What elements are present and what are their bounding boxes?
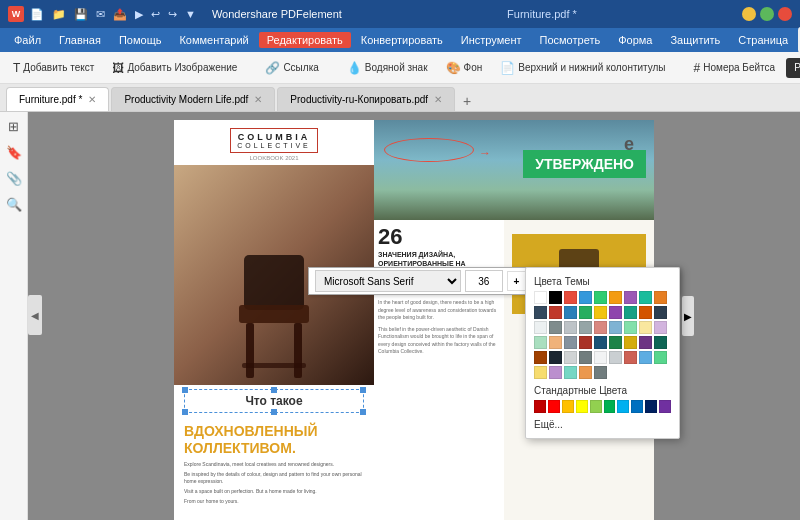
font-increase-button[interactable]: + bbox=[507, 271, 526, 291]
theme-color-8[interactable] bbox=[654, 291, 667, 304]
theme-color-6[interactable] bbox=[624, 291, 637, 304]
theme-color-24[interactable] bbox=[624, 321, 637, 334]
theme-color-12[interactable] bbox=[579, 306, 592, 319]
sidebar-page-icon[interactable]: ⊞ bbox=[4, 116, 24, 136]
tab-furniture[interactable]: Furniture.pdf * ✕ bbox=[6, 87, 109, 111]
std-color-4[interactable] bbox=[590, 400, 602, 413]
theme-color-3[interactable] bbox=[579, 291, 592, 304]
theme-color-23[interactable] bbox=[609, 321, 622, 334]
theme-color-27[interactable] bbox=[534, 336, 547, 349]
menu-help[interactable]: Помощь bbox=[111, 32, 170, 48]
theme-color-26[interactable] bbox=[654, 321, 667, 334]
theme-color-32[interactable] bbox=[609, 336, 622, 349]
theme-color-2[interactable] bbox=[564, 291, 577, 304]
menu-tool[interactable]: Инструмент bbox=[453, 32, 530, 48]
menu-protect[interactable]: Защитить bbox=[662, 32, 728, 48]
theme-color-4[interactable] bbox=[594, 291, 607, 304]
theme-color-33[interactable] bbox=[624, 336, 637, 349]
theme-color-39[interactable] bbox=[579, 351, 592, 364]
std-color-5[interactable] bbox=[604, 400, 616, 413]
std-color-7[interactable] bbox=[631, 400, 643, 413]
theme-color-21[interactable] bbox=[579, 321, 592, 334]
theme-color-35[interactable] bbox=[654, 336, 667, 349]
menu-form[interactable]: Форма bbox=[610, 32, 660, 48]
sidebar-attachment-icon[interactable]: 📎 bbox=[4, 168, 24, 188]
scroll-right-button[interactable]: ▶ bbox=[682, 296, 694, 336]
edit-toggle[interactable]: Редактировать bbox=[786, 58, 800, 78]
std-color-3[interactable] bbox=[576, 400, 588, 413]
color-picker-more[interactable]: Ещё... bbox=[534, 419, 671, 430]
link-button[interactable]: 🔗 Ссылка bbox=[258, 57, 325, 79]
theme-color-38[interactable] bbox=[564, 351, 577, 364]
theme-color-49[interactable] bbox=[594, 366, 607, 379]
theme-color-1[interactable] bbox=[549, 291, 562, 304]
theme-color-13[interactable] bbox=[594, 306, 607, 319]
tab-productivity[interactable]: Productivity Modern Life.pdf ✕ bbox=[111, 87, 275, 111]
watermark-button[interactable]: 💧 Водяной знак bbox=[340, 57, 435, 79]
theme-color-22[interactable] bbox=[594, 321, 607, 334]
theme-color-46[interactable] bbox=[549, 366, 562, 379]
sidebar-search-icon[interactable]: 🔍 bbox=[4, 194, 24, 214]
theme-color-36[interactable] bbox=[534, 351, 547, 364]
theme-color-10[interactable] bbox=[549, 306, 562, 319]
theme-color-7[interactable] bbox=[639, 291, 652, 304]
app-title: Wondershare PDFelement bbox=[212, 8, 342, 20]
theme-color-0[interactable] bbox=[534, 291, 547, 304]
add-tab-button[interactable]: + bbox=[457, 91, 477, 111]
close-button[interactable] bbox=[778, 7, 792, 21]
menu-edit[interactable]: Редактировать bbox=[259, 32, 351, 48]
theme-color-47[interactable] bbox=[564, 366, 577, 379]
bates-button[interactable]: # Номера Бейтса bbox=[687, 57, 783, 79]
theme-color-5[interactable] bbox=[609, 291, 622, 304]
background-button[interactable]: 🎨 Фон bbox=[439, 57, 490, 79]
menu-view[interactable]: Посмотреть bbox=[532, 32, 609, 48]
menu-convert[interactable]: Конвертировать bbox=[353, 32, 451, 48]
font-name-select[interactable]: Microsoft Sans Serif bbox=[315, 270, 461, 292]
theme-color-14[interactable] bbox=[609, 306, 622, 319]
theme-color-25[interactable] bbox=[639, 321, 652, 334]
menu-comment[interactable]: Комментарий bbox=[171, 32, 256, 48]
theme-color-37[interactable] bbox=[549, 351, 562, 364]
menu-home[interactable]: Главная bbox=[51, 32, 109, 48]
theme-color-31[interactable] bbox=[594, 336, 607, 349]
theme-color-28[interactable] bbox=[549, 336, 562, 349]
tab-productivity-ru[interactable]: Productivity-ru-Копировать.pdf ✕ bbox=[277, 87, 455, 111]
add-image-button[interactable]: 🖼 Добавить Изображение bbox=[105, 57, 244, 79]
add-text-button[interactable]: T Добавить текст bbox=[6, 57, 101, 79]
theme-color-19[interactable] bbox=[549, 321, 562, 334]
theme-color-42[interactable] bbox=[624, 351, 637, 364]
tab-productivity-ru-close[interactable]: ✕ bbox=[434, 94, 442, 105]
theme-color-45[interactable] bbox=[534, 366, 547, 379]
theme-color-29[interactable] bbox=[564, 336, 577, 349]
maximize-button[interactable] bbox=[760, 7, 774, 21]
minimize-button[interactable] bbox=[742, 7, 756, 21]
font-size-input[interactable] bbox=[465, 270, 503, 292]
theme-color-17[interactable] bbox=[654, 306, 667, 319]
theme-color-9[interactable] bbox=[534, 306, 547, 319]
theme-color-48[interactable] bbox=[579, 366, 592, 379]
menu-page[interactable]: Страница bbox=[730, 32, 796, 48]
theme-color-43[interactable] bbox=[639, 351, 652, 364]
theme-color-20[interactable] bbox=[564, 321, 577, 334]
tab-furniture-close[interactable]: ✕ bbox=[88, 94, 96, 105]
theme-color-15[interactable] bbox=[624, 306, 637, 319]
scroll-left-button[interactable]: ◀ bbox=[28, 295, 42, 335]
theme-color-34[interactable] bbox=[639, 336, 652, 349]
std-color-8[interactable] bbox=[645, 400, 657, 413]
std-color-1[interactable] bbox=[548, 400, 560, 413]
theme-color-40[interactable] bbox=[594, 351, 607, 364]
theme-color-16[interactable] bbox=[639, 306, 652, 319]
theme-color-18[interactable] bbox=[534, 321, 547, 334]
std-color-0[interactable] bbox=[534, 400, 546, 413]
sidebar-bookmark-icon[interactable]: 🔖 bbox=[4, 142, 24, 162]
tab-productivity-close[interactable]: ✕ bbox=[254, 94, 262, 105]
header-footer-button[interactable]: 📄 Верхний и нижний колонтитулы bbox=[493, 57, 672, 79]
theme-color-11[interactable] bbox=[564, 306, 577, 319]
std-color-2[interactable] bbox=[562, 400, 574, 413]
std-color-9[interactable] bbox=[659, 400, 671, 413]
theme-color-30[interactable] bbox=[579, 336, 592, 349]
menu-file[interactable]: Файл bbox=[6, 32, 49, 48]
theme-color-44[interactable] bbox=[654, 351, 667, 364]
std-color-6[interactable] bbox=[617, 400, 629, 413]
theme-color-41[interactable] bbox=[609, 351, 622, 364]
